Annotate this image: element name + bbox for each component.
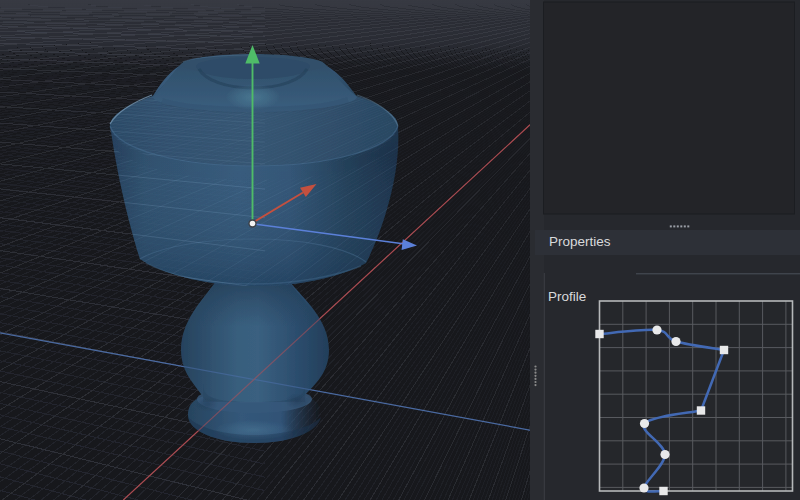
svg-text:Profile: Profile xyxy=(548,289,586,304)
svg-text:Properties: Properties xyxy=(549,234,611,249)
